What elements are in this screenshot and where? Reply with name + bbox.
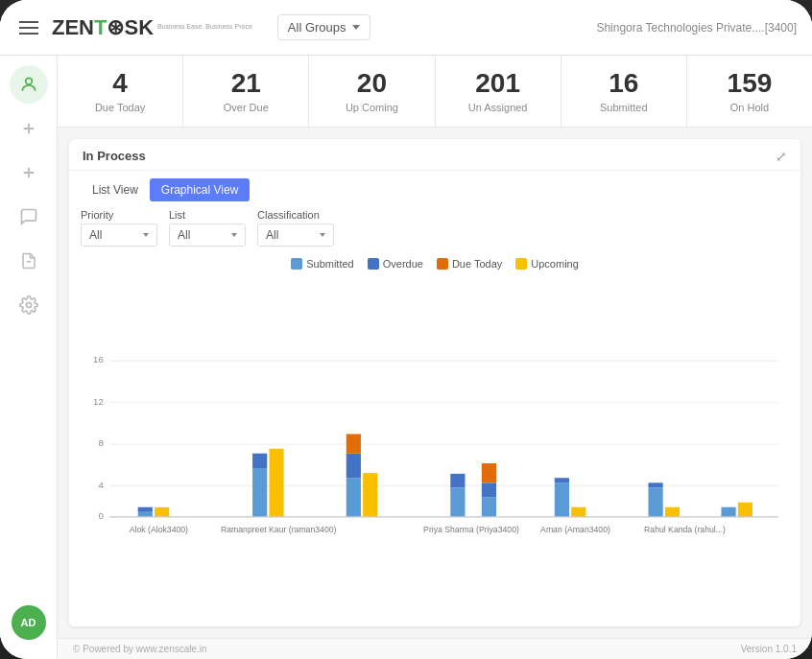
stat-onhold-number: 159 bbox=[697, 69, 802, 99]
svg-rect-28 bbox=[450, 474, 465, 488]
legend-upcoming: Upcoming bbox=[515, 258, 579, 270]
company-name: Shingora Technologies Private....[3400] bbox=[596, 21, 797, 35]
svg-text:16: 16 bbox=[93, 354, 104, 365]
list-label: List bbox=[169, 209, 246, 221]
header-left: ZENT⊛SK Business Ease. Business Proce Al… bbox=[15, 14, 370, 40]
logo: ZENT⊛SK Business Ease. Business Proce bbox=[52, 15, 252, 40]
view-tabs: List View Graphical View bbox=[69, 171, 800, 201]
logo-subtitle: Business Ease. Business Proce bbox=[157, 23, 252, 31]
app-container: ZENT⊛SK Business Ease. Business Proce Al… bbox=[0, 0, 812, 659]
stat-due-today-label: Due Today bbox=[67, 102, 173, 113]
classification-label: Classification bbox=[257, 209, 334, 221]
legend-due-today-color bbox=[437, 258, 448, 270]
svg-rect-33 bbox=[555, 478, 569, 482]
svg-text:Priya Sharma (Priya3400): Priya Sharma (Priya3400) bbox=[423, 525, 519, 534]
sidebar-item-add2[interactable] bbox=[10, 153, 48, 192]
svg-point-6 bbox=[26, 303, 31, 308]
sidebar-item-settings[interactable] bbox=[10, 286, 48, 324]
user-avatar[interactable]: AD bbox=[12, 605, 46, 640]
stat-unassigned-label: Un Assigned bbox=[445, 102, 551, 113]
legend-due-today: Due Today bbox=[437, 258, 502, 270]
main-layout: AD 4 Due Today 21 Over Due 20 bbox=[0, 56, 812, 659]
sidebar-item-user[interactable] bbox=[10, 65, 48, 104]
stat-upcoming: 20 Up Coming bbox=[309, 56, 435, 127]
svg-text:4: 4 bbox=[98, 479, 104, 489]
sidebar: AD bbox=[0, 56, 58, 659]
svg-text:0: 0 bbox=[98, 510, 104, 521]
svg-rect-22 bbox=[269, 449, 283, 517]
tab-graphical-view[interactable]: Graphical View bbox=[150, 178, 250, 201]
svg-rect-30 bbox=[482, 482, 496, 497]
stat-overdue-number: 21 bbox=[193, 69, 299, 99]
footer-powered-by: © Powered by www.zenscale.in bbox=[73, 644, 207, 654]
priority-select[interactable]: All bbox=[81, 224, 157, 247]
legend-overdue-color bbox=[368, 258, 379, 270]
bar-chart: 16 12 8 4 0 bbox=[81, 273, 789, 619]
svg-rect-26 bbox=[363, 473, 377, 517]
classification-select[interactable]: All bbox=[257, 224, 334, 247]
svg-text:Aman (Aman3400): Aman (Aman3400) bbox=[540, 525, 610, 534]
device-frame: ZENT⊛SK Business Ease. Business Proce Al… bbox=[0, 0, 812, 659]
svg-point-0 bbox=[25, 78, 32, 84]
priority-label: Priority bbox=[81, 209, 157, 221]
stat-onhold-label: On Hold bbox=[697, 102, 802, 113]
legend-submitted: Submitted bbox=[291, 258, 354, 270]
svg-rect-21 bbox=[252, 453, 267, 467]
sidebar-item-doc[interactable] bbox=[10, 242, 48, 280]
tab-list-view[interactable]: List View bbox=[81, 178, 150, 201]
list-chevron-icon bbox=[231, 233, 237, 237]
svg-text:Rahul Kanda (rahul...): Rahul Kanda (rahul...) bbox=[644, 525, 726, 534]
sidebar-bottom: AD bbox=[12, 605, 46, 640]
chevron-down-icon bbox=[352, 25, 360, 30]
filters-row: Priority All List All bbox=[69, 201, 800, 254]
svg-rect-36 bbox=[648, 482, 662, 487]
content-area: 4 Due Today 21 Over Due 20 Up Coming 201… bbox=[58, 56, 812, 659]
panel-header: In Process ⤢ bbox=[69, 139, 800, 171]
stat-unassigned: 201 Un Assigned bbox=[436, 56, 561, 127]
filter-classification: Classification All bbox=[257, 209, 334, 247]
legend-due-today-label: Due Today bbox=[452, 258, 502, 270]
svg-rect-27 bbox=[450, 487, 465, 516]
menu-button[interactable] bbox=[15, 17, 42, 38]
svg-rect-29 bbox=[482, 497, 496, 516]
legend-submitted-label: Submitted bbox=[306, 258, 354, 270]
svg-rect-17 bbox=[138, 512, 153, 517]
svg-rect-19 bbox=[155, 507, 169, 517]
chart-container: 16 12 8 4 0 bbox=[69, 273, 800, 626]
in-process-panel: In Process ⤢ List View Graphical View Pr… bbox=[69, 139, 800, 626]
priority-chevron-icon bbox=[143, 233, 149, 237]
stat-submitted-number: 16 bbox=[571, 69, 677, 99]
footer-version: Version 1.0.1 bbox=[741, 644, 797, 654]
legend-overdue-label: Overdue bbox=[383, 258, 423, 270]
expand-icon[interactable]: ⤢ bbox=[776, 149, 787, 164]
group-selector-label: All Groups bbox=[288, 20, 346, 35]
stat-upcoming-number: 20 bbox=[319, 69, 424, 99]
stat-submitted: 16 Submitted bbox=[561, 56, 687, 127]
app-header: ZENT⊛SK Business Ease. Business Proce Al… bbox=[0, 0, 812, 56]
stat-onhold: 159 On Hold bbox=[687, 56, 812, 127]
svg-text:12: 12 bbox=[93, 395, 104, 406]
filter-list: List All bbox=[169, 209, 246, 247]
svg-rect-25 bbox=[346, 434, 361, 453]
legend-submitted-color bbox=[291, 258, 302, 270]
sidebar-item-chat[interactable] bbox=[10, 198, 48, 236]
svg-text:8: 8 bbox=[98, 437, 103, 448]
stat-upcoming-label: Up Coming bbox=[319, 102, 424, 113]
legend-upcoming-color bbox=[515, 258, 527, 270]
svg-rect-35 bbox=[648, 487, 662, 516]
legend-row: Submitted Overdue Due Today Upcomin bbox=[69, 254, 800, 273]
svg-rect-38 bbox=[721, 506, 735, 516]
svg-rect-39 bbox=[738, 503, 752, 517]
group-selector[interactable]: All Groups bbox=[277, 14, 370, 40]
legend-upcoming-label: Upcoming bbox=[531, 258, 579, 270]
svg-text:Ramanpreet Kaur (raman3400): Ramanpreet Kaur (raman3400) bbox=[221, 525, 337, 534]
svg-rect-32 bbox=[555, 482, 569, 517]
stat-due-today: 4 Due Today bbox=[58, 56, 183, 127]
list-select[interactable]: All bbox=[169, 224, 246, 247]
svg-rect-18 bbox=[138, 506, 153, 511]
legend-overdue: Overdue bbox=[368, 258, 423, 270]
svg-rect-23 bbox=[346, 478, 361, 517]
sidebar-item-add1[interactable] bbox=[10, 109, 48, 148]
stat-due-today-number: 4 bbox=[67, 69, 173, 99]
classification-chevron-icon bbox=[320, 233, 325, 237]
